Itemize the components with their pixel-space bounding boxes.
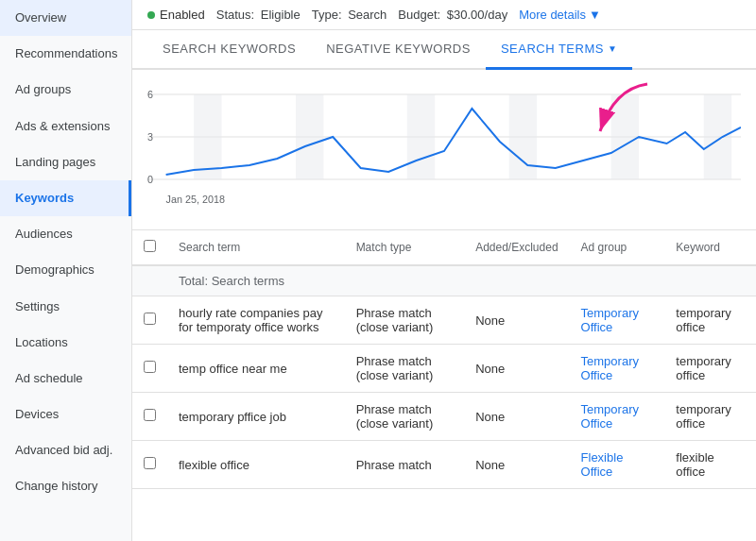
row-checkbox-cell: [132, 296, 167, 345]
svg-rect-12: [704, 94, 731, 179]
sidebar-item-demographics[interactable]: Demographics: [0, 252, 131, 288]
svg-text:3: 3: [147, 131, 153, 143]
added-excluded-cell-3: None: [464, 441, 569, 489]
keyword-cell-1: temporary office: [664, 345, 756, 393]
enabled-status: Enabled: [147, 8, 205, 22]
row-checkbox-cell: [132, 393, 167, 441]
chart-area: 6 3 0 Jan 25, 2018: [132, 70, 756, 230]
sidebar-item-locations[interactable]: Locations: [0, 325, 131, 361]
keyword-cell-3: flexible office: [664, 441, 756, 489]
search-term-cell-2: temporary pffice job: [167, 393, 345, 441]
row-checkbox-3[interactable]: [144, 457, 156, 469]
sidebar-item-recommendations[interactable]: Recommendations: [0, 36, 131, 72]
budget-label: Budget: $30.00/day: [398, 8, 507, 22]
sidebar-item-ad-schedule[interactable]: Ad schedule: [0, 361, 131, 397]
status-label: Status: Eligible: [216, 8, 301, 22]
header-added-excluded: Added/Excluded: [464, 230, 569, 265]
sidebar-item-advanced-bid[interactable]: Advanced bid adj.: [0, 432, 131, 468]
select-all-checkbox[interactable]: [144, 240, 156, 252]
search-term-cell-3: flexible office: [167, 441, 345, 489]
main-content: Enabled Status: Eligible Type: Search Bu…: [132, 0, 756, 541]
row-checkbox-2[interactable]: [144, 409, 156, 421]
status-bar: Enabled Status: Eligible Type: Search Bu…: [132, 0, 756, 30]
svg-rect-7: [194, 94, 221, 179]
table-area: Search term Match type Added/Excluded Ad…: [132, 230, 756, 541]
sidebar-item-settings[interactable]: Settings: [0, 289, 131, 325]
chevron-down-icon: ▼: [589, 8, 601, 22]
table-header-row: Search term Match type Added/Excluded Ad…: [132, 230, 756, 265]
tab-search-keywords[interactable]: SEARCH KEYWORDS: [147, 30, 311, 70]
sidebar-item-devices[interactable]: Devices: [0, 397, 131, 432]
ad-group-cell-3[interactable]: Flexible Office: [570, 441, 665, 489]
svg-text:Jan 25, 2018: Jan 25, 2018: [166, 194, 225, 205]
svg-rect-11: [611, 94, 639, 179]
sidebar-item-ads-extensions[interactable]: Ads & extensions: [0, 109, 131, 144]
total-label: Total: Search terms: [167, 265, 756, 296]
table-row: temporary pffice job Phrase match (close…: [132, 393, 756, 441]
sidebar-item-ad-groups[interactable]: Ad groups: [0, 72, 131, 108]
added-excluded-cell-1: None: [464, 345, 569, 393]
ad-group-cell-2[interactable]: Temporary Office: [570, 393, 665, 441]
ad-group-cell-0[interactable]: Temporary Office: [570, 296, 665, 345]
more-details-button[interactable]: More details ▼: [519, 8, 601, 22]
row-checkbox-1[interactable]: [144, 361, 156, 373]
row-checkbox-0[interactable]: [144, 313, 156, 325]
row-checkbox-cell: [132, 441, 167, 489]
row-checkbox-cell: [132, 345, 167, 393]
added-excluded-cell-0: None: [464, 296, 569, 345]
header-keyword: Keyword: [664, 230, 756, 265]
table-row: temp office near me Phrase match (close …: [132, 345, 756, 393]
header-match-type: Match type: [345, 230, 465, 265]
search-term-cell-0: hourly rate companies pay for temporaty …: [167, 296, 345, 345]
search-terms-table: Search term Match type Added/Excluded Ad…: [132, 230, 756, 489]
tabs-bar: SEARCH KEYWORDS NEGATIVE KEYWORDS SEARCH…: [132, 30, 756, 70]
header-checkbox-cell: [132, 230, 167, 265]
match-type-cell-0: Phrase match (close variant): [345, 296, 465, 345]
search-term-cell-1: temp office near me: [167, 345, 345, 393]
enabled-dot: [147, 11, 155, 19]
sidebar-item-landing-pages[interactable]: Landing pages: [0, 144, 131, 180]
added-excluded-cell-2: None: [464, 393, 569, 441]
svg-rect-8: [296, 94, 323, 179]
match-type-cell-3: Phrase match: [345, 441, 465, 489]
sidebar-item-overview[interactable]: Overview: [0, 0, 131, 36]
keyword-cell-2: temporary office: [664, 393, 756, 441]
table-row: flexible office Phrase match None Flexib…: [132, 441, 756, 489]
sidebar-item-keywords[interactable]: Keywords: [0, 180, 131, 216]
tab-search-terms[interactable]: SEARCH TERMS ▼: [486, 30, 632, 70]
svg-text:0: 0: [147, 174, 153, 185]
chart-svg: 6 3 0 Jan 25, 2018: [147, 85, 741, 208]
match-type-cell-1: Phrase match (close variant): [345, 345, 465, 393]
tab-negative-keywords[interactable]: NEGATIVE KEYWORDS: [311, 30, 486, 70]
header-search-term: Search term: [167, 230, 345, 265]
table-row: hourly rate companies pay for temporaty …: [132, 296, 756, 345]
sidebar-item-audiences[interactable]: Audiences: [0, 216, 131, 252]
ad-group-cell-1[interactable]: Temporary Office: [570, 345, 665, 393]
total-row: Total: Search terms: [132, 265, 756, 296]
sidebar: Overview Recommendations Ad groups Ads &…: [0, 0, 132, 541]
svg-rect-9: [407, 94, 435, 179]
sidebar-item-change-history[interactable]: Change history: [0, 468, 131, 504]
type-label: Type: Search: [312, 8, 387, 22]
dropdown-arrow-icon: ▼: [608, 43, 617, 54]
svg-text:6: 6: [147, 89, 153, 100]
keyword-cell-0: temporary office: [664, 296, 756, 345]
header-ad-group: Ad group: [570, 230, 665, 265]
match-type-cell-2: Phrase match (close variant): [345, 393, 465, 441]
